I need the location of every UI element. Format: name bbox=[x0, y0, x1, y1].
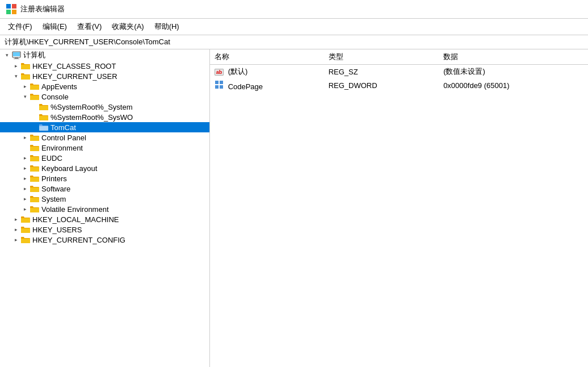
tree-node-volatile-env[interactable]: ▸ Volatile Environment bbox=[0, 204, 209, 214]
svg-rect-6 bbox=[14, 59, 19, 59]
svg-rect-5 bbox=[15, 57, 18, 59]
svg-rect-3 bbox=[12, 10, 16, 14]
svg-rect-9 bbox=[220, 81, 223, 84]
tree-node-tomcat[interactable]: TomCat bbox=[0, 122, 209, 132]
cell-name-codepage: CodePage bbox=[210, 78, 324, 93]
hkey-current-config-label: HKEY_CURRENT_CONFIG bbox=[32, 236, 125, 244]
folder-icon-software bbox=[30, 184, 40, 193]
system-label: System bbox=[41, 195, 66, 203]
hkey-local-machine-label: HKEY_LOCAL_MACHINE bbox=[32, 215, 119, 224]
menu-favorites[interactable]: 收藏夹(A) bbox=[107, 20, 148, 34]
tree-node-systemroot-syswo[interactable]: %SystemRoot%_SysWO bbox=[0, 112, 209, 122]
tree-node-software[interactable]: ▸ Software bbox=[0, 184, 209, 194]
address-path: 计算机\HKEY_CURRENT_USER\Console\TomCat bbox=[5, 37, 170, 46]
svg-rect-1 bbox=[12, 4, 16, 9]
expand-hkey-current-config[interactable]: ▸ bbox=[11, 235, 20, 244]
tree-node-hkey-users[interactable]: ▸ HKEY_USERS bbox=[0, 224, 209, 235]
cell-data-default: (数值未设置) bbox=[439, 65, 588, 79]
computer-icon bbox=[11, 51, 22, 60]
tree-node-keyboard-layout[interactable]: ▸ Keyboard Layout bbox=[0, 163, 209, 173]
folder-icon-hkey-local-machine bbox=[20, 215, 31, 224]
folder-icon-hkey-current-user bbox=[20, 72, 31, 81]
tree-node-appevents[interactable]: ▸ AppEvents bbox=[0, 81, 209, 91]
svg-rect-8 bbox=[215, 81, 219, 84]
folder-icon-hkey-current-config bbox=[20, 235, 31, 244]
expand-computer[interactable]: ▾ bbox=[2, 51, 11, 60]
table-row[interactable]: CodePage REG_DWORD 0x0000fde9 (65001) bbox=[210, 78, 588, 93]
tree-node-computer[interactable]: ▾ 计算机 bbox=[0, 49, 209, 61]
menu-edit[interactable]: 编辑(E) bbox=[38, 20, 72, 34]
control-panel-label: Control Panel bbox=[41, 134, 86, 142]
expand-console[interactable]: ▾ bbox=[20, 92, 30, 101]
menu-help[interactable]: 帮助(H) bbox=[150, 20, 184, 34]
expand-system[interactable]: ▸ bbox=[20, 194, 30, 203]
cell-name-default: ab (默认) bbox=[210, 65, 324, 79]
folder-icon-control-panel bbox=[30, 133, 40, 142]
tree-node-systemroot-system[interactable]: %SystemRoot%_System bbox=[0, 102, 209, 112]
environment-label: Environment bbox=[41, 144, 83, 152]
tree-node-eudc[interactable]: ▸ EUDC bbox=[0, 153, 209, 163]
expand-keyboard-layout[interactable]: ▸ bbox=[20, 164, 30, 173]
title-bar: 注册表编辑器 bbox=[0, 0, 588, 19]
col-header-data: 数据 bbox=[439, 49, 588, 65]
table-row[interactable]: ab (默认) REG_SZ (数值未设置) bbox=[210, 65, 588, 79]
svg-rect-0 bbox=[6, 4, 11, 9]
col-header-name: 名称 bbox=[210, 49, 324, 65]
systemroot-syswo-label: %SystemRoot%_SysWO bbox=[51, 113, 133, 122]
printers-label: Printers bbox=[41, 174, 67, 183]
registry-table: 名称 类型 数据 ab (默认) REG_SZ (数值未设置) bbox=[210, 49, 588, 93]
cell-type-codepage: REG_DWORD bbox=[324, 78, 439, 93]
folder-icon-system bbox=[30, 194, 40, 203]
tree-node-console[interactable]: ▾ Console bbox=[0, 91, 209, 102]
eudc-label: EUDC bbox=[41, 154, 62, 162]
tree-node-environment[interactable]: Environment bbox=[0, 143, 209, 153]
tree-node-control-panel[interactable]: ▸ Control Panel bbox=[0, 132, 209, 143]
computer-label: 计算机 bbox=[23, 50, 45, 60]
folder-icon-tomcat bbox=[39, 123, 49, 132]
folder-icon-eudc bbox=[30, 153, 40, 162]
expand-hkey-current-user[interactable]: ▾ bbox=[11, 72, 20, 81]
expand-hkey-users[interactable]: ▸ bbox=[11, 225, 20, 234]
volatile-env-label: Volatile Environment bbox=[41, 205, 109, 214]
appevents-label: AppEvents bbox=[41, 82, 77, 91]
tree-node-system[interactable]: ▸ System bbox=[0, 194, 209, 204]
reg-icon-dword bbox=[215, 80, 224, 89]
folder-icon-hkey-classes-root bbox=[20, 61, 31, 70]
folder-icon-systemroot-system bbox=[39, 102, 49, 111]
col-header-type: 类型 bbox=[324, 49, 439, 65]
expand-printers[interactable]: ▸ bbox=[20, 174, 30, 183]
tree-node-hkey-local-machine[interactable]: ▸ HKEY_LOCAL_MACHINE bbox=[0, 214, 209, 224]
svg-rect-10 bbox=[215, 85, 219, 89]
cell-type-default: REG_SZ bbox=[324, 65, 439, 79]
folder-icon-volatile-env bbox=[30, 205, 40, 214]
hkey-classes-root-label: HKEY_CLASSES_ROOT bbox=[32, 62, 116, 70]
menu-file[interactable]: 文件(F) bbox=[3, 20, 37, 34]
expand-volatile-env[interactable]: ▸ bbox=[20, 205, 30, 214]
right-panel[interactable]: 名称 类型 数据 ab (默认) REG_SZ (数值未设置) bbox=[210, 49, 588, 367]
address-bar[interactable]: 计算机\HKEY_CURRENT_USER\Console\TomCat bbox=[0, 35, 588, 49]
expand-appevents[interactable]: ▸ bbox=[20, 82, 30, 91]
expand-eudc[interactable]: ▸ bbox=[20, 153, 30, 162]
cell-data-codepage: 0x0000fde9 (65001) bbox=[439, 78, 588, 93]
tree-node-hkey-classes-root[interactable]: ▸ HKEY_CLASSES_ROOT bbox=[0, 61, 209, 71]
tree-panel[interactable]: ▾ 计算机 ▸ HKEY_CLASSES_ROOT ▾ bbox=[0, 49, 210, 367]
main-content: ▾ 计算机 ▸ HKEY_CLASSES_ROOT ▾ bbox=[0, 49, 588, 367]
folder-icon-hkey-users bbox=[20, 225, 31, 234]
expand-control-panel[interactable]: ▸ bbox=[20, 133, 30, 142]
folder-icon-systemroot-syswo bbox=[39, 112, 49, 122]
menu-view[interactable]: 查看(V) bbox=[73, 20, 106, 34]
expand-hkey-classes-root[interactable]: ▸ bbox=[11, 61, 20, 70]
folder-icon-environment bbox=[30, 143, 40, 152]
expand-hkey-local-machine[interactable]: ▸ bbox=[11, 215, 20, 224]
systemroot-system-label: %SystemRoot%_System bbox=[51, 103, 133, 111]
tree-node-printers[interactable]: ▸ Printers bbox=[0, 173, 209, 184]
tree-node-hkey-current-user[interactable]: ▾ HKEY_CURRENT_USER bbox=[0, 71, 209, 81]
tree-node-hkey-current-config[interactable]: ▸ HKEY_CURRENT_CONFIG bbox=[0, 235, 209, 245]
folder-icon-appevents bbox=[30, 82, 40, 91]
expand-software[interactable]: ▸ bbox=[20, 184, 30, 193]
folder-icon-keyboard-layout bbox=[30, 164, 40, 173]
tomcat-label: TomCat bbox=[51, 123, 76, 132]
folder-icon-printers bbox=[30, 174, 40, 183]
software-label: Software bbox=[41, 185, 70, 193]
svg-rect-2 bbox=[6, 10, 11, 14]
